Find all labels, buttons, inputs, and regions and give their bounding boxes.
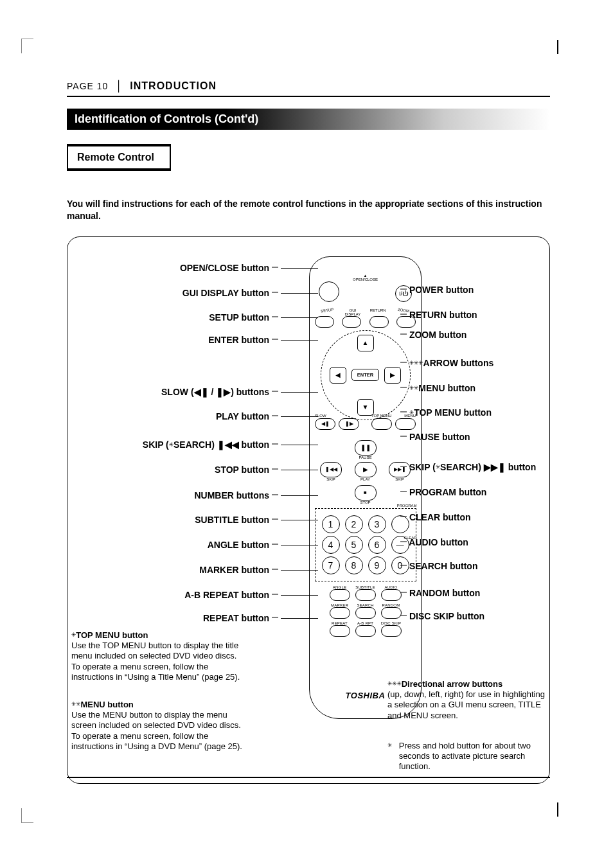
callout-right: ✳✳✳ARROW buttons [400,358,493,368]
angle-button[interactable] [330,589,350,601]
num-1-button[interactable]: 1 [322,515,340,533]
arrow-up-button[interactable]: ▲ [357,335,374,351]
note-top-menu: ✳TOP MENU button Use the TOP MENU button… [71,630,244,682]
chapter-name: INTRODUCTION [130,80,217,92]
callout-right: PAUSE button [400,432,470,442]
skip-back-button[interactable]: ❚◀◀ [320,462,342,477]
top-menu-button[interactable] [371,418,392,430]
callout-left: MARKER button [73,565,278,575]
callout-right: POWER button [400,285,474,295]
callout-right: ✳✳MENU button [400,383,475,393]
ab-repeat-button[interactable] [355,625,376,637]
repeat-button[interactable] [330,625,350,637]
disc-skip-button[interactable] [381,625,402,637]
label-return: RETURN [366,308,391,316]
stop-button[interactable]: ■ [355,485,377,500]
label-skip-fwd: SKIP [389,477,411,481]
callout-right: RANDOM button [400,588,480,598]
num-5-button[interactable]: 5 [345,536,363,554]
callout-right: SEARCH button [400,561,477,571]
pause-button[interactable]: ❚❚ [355,440,377,456]
num-9-button[interactable]: 9 [368,556,386,574]
gui-display-button[interactable] [342,316,361,328]
callout-left: SETUP button [73,312,278,323]
note-menu: ✳✳MENU button Use the MENU button to dis… [71,700,244,752]
subsection-heading: Remote Control [67,144,171,171]
callout-left: SLOW (◀❚ / ❚▶) buttons [73,387,278,397]
random-button[interactable] [381,607,402,619]
slow-rev-button[interactable]: ◀❚ [315,418,335,430]
callout-left: A-B REPEAT button [73,590,278,600]
callout-right: SKIP (✳SEARCH) ▶▶❚ button [400,462,536,472]
open-close-button[interactable] [319,281,339,302]
arrow-left-button[interactable]: ◀ [330,367,346,384]
play-button[interactable]: ▶ [355,462,377,477]
callout-right: ✳TOP MENU button [400,407,492,418]
note-arrows: ✳✳✳Directional arrow buttons (up, down, … [387,679,548,721]
callout-right: DISC SKIP button [400,611,484,621]
enter-button[interactable]: ENTER [351,369,379,381]
callout-left: ANGLE button [73,540,278,550]
arrow-right-button[interactable]: ▶ [384,367,401,384]
callout-right: AUDIO button [400,537,468,547]
subtitle-button[interactable] [355,589,376,601]
search-button[interactable] [355,607,376,619]
callout-left: NUMBER buttons [73,490,278,500]
callout-left: PLAY button [73,411,278,421]
page-number: PAGE 10 [67,81,108,91]
intro-paragraph: You will find instructions for each of t… [67,198,550,222]
callout-left: STOP button [73,465,278,475]
num-8-button[interactable]: 8 [345,556,363,574]
callout-right: PROGRAM button [400,487,486,497]
menu-button[interactable] [395,418,416,430]
num-2-button[interactable]: 2 [345,515,363,533]
note-search-hold: ✳ Press and hold button for about two se… [387,741,548,772]
num-4-button[interactable]: 4 [322,536,340,554]
marker-button[interactable] [330,607,350,619]
num-6-button[interactable]: 6 [368,536,386,554]
callout-right: RETURN button [400,310,477,320]
header-separator: │ [112,80,126,92]
num-7-button[interactable]: 7 [322,556,340,574]
callout-right: ZOOM button [400,330,466,340]
slow-fwd-button[interactable]: ❚▶ [339,418,359,430]
remote-diagram: ▲ OPEN/CLOSE I/⏻ SETUP GUIDISPLAY RETURN… [67,236,550,784]
callout-left: GUI DISPLAY button [73,288,278,298]
section-title: Identification of Controls (Cont'd) [67,109,550,130]
callout-left: OPEN/CLOSE button [73,263,278,273]
audio-button[interactable] [381,589,402,601]
callout-left: SUBTITLE button [73,515,278,525]
return-button[interactable] [369,316,389,328]
callout-left: SKIP (✳SEARCH) ❚◀◀ button [73,439,278,450]
footer-rule [67,777,550,778]
num-3-button[interactable]: 3 [368,515,386,533]
label-play: PLAY [355,477,377,481]
callout-left: ENTER button [73,335,278,345]
callout-right: CLEAR button [400,512,471,522]
arrow-down-button[interactable]: ▼ [357,399,374,416]
page-header: PAGE 10 │ INTRODUCTION [67,80,550,97]
label-gui-display: GUIDISPLAY [340,308,365,316]
callout-left: REPEAT button [73,613,278,623]
label-program: PROGRAM [396,504,416,508]
label-skip-back: SKIP [320,477,342,481]
